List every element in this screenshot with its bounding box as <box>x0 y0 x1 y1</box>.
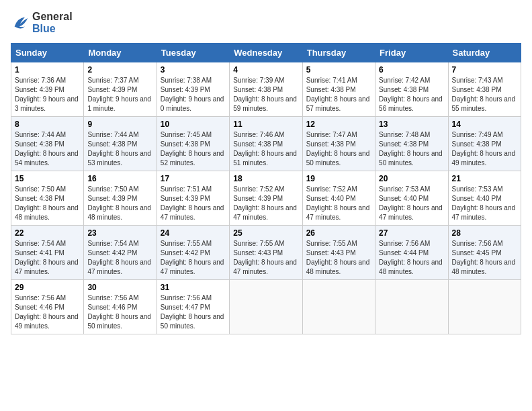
day-number: 21 <box>452 174 517 183</box>
calendar-cell <box>448 280 521 334</box>
calendar-cell: 19 Sunrise: 7:52 AM Sunset: 4:40 PM Dayl… <box>302 171 375 226</box>
calendar-week-row: 22 Sunrise: 7:54 AM Sunset: 4:41 PM Dayl… <box>11 226 521 280</box>
column-header-saturday: Saturday <box>448 44 521 62</box>
calendar-cell: 6 Sunrise: 7:42 AM Sunset: 4:38 PM Dayli… <box>375 62 448 117</box>
calendar-cell: 8 Sunrise: 7:44 AM Sunset: 4:38 PM Dayli… <box>11 117 84 171</box>
day-number: 25 <box>233 228 298 238</box>
day-detail: Sunrise: 7:54 AM Sunset: 4:41 PM Dayligh… <box>15 239 80 277</box>
calendar-cell: 23 Sunrise: 7:54 AM Sunset: 4:42 PM Dayl… <box>84 226 157 280</box>
day-number: 1 <box>15 65 80 75</box>
column-header-monday: Monday <box>84 44 157 62</box>
day-number: 6 <box>379 65 444 75</box>
day-detail: Sunrise: 7:46 AM Sunset: 4:38 PM Dayligh… <box>233 130 298 168</box>
calendar-cell: 12 Sunrise: 7:47 AM Sunset: 4:38 PM Dayl… <box>302 117 375 171</box>
calendar-week-row: 8 Sunrise: 7:44 AM Sunset: 4:38 PM Dayli… <box>11 117 521 171</box>
day-number: 9 <box>87 120 152 129</box>
day-detail: Sunrise: 7:43 AM Sunset: 4:38 PM Dayligh… <box>452 76 517 113</box>
day-number: 28 <box>452 228 517 238</box>
column-header-friday: Friday <box>375 44 448 62</box>
calendar-cell: 3 Sunrise: 7:38 AM Sunset: 4:39 PM Dayli… <box>157 62 229 117</box>
day-number: 16 <box>87 174 152 183</box>
day-detail: Sunrise: 7:50 AM Sunset: 4:39 PM Dayligh… <box>87 185 152 222</box>
calendar-cell: 13 Sunrise: 7:48 AM Sunset: 4:38 PM Dayl… <box>375 117 448 171</box>
calendar-week-row: 29 Sunrise: 7:56 AM Sunset: 4:46 PM Dayl… <box>11 280 521 334</box>
day-detail: Sunrise: 7:56 AM Sunset: 4:47 PM Dayligh… <box>161 293 226 331</box>
day-number: 22 <box>15 228 80 238</box>
calendar-cell: 5 Sunrise: 7:41 AM Sunset: 4:38 PM Dayli… <box>302 62 375 117</box>
day-detail: Sunrise: 7:49 AM Sunset: 4:38 PM Dayligh… <box>452 130 517 168</box>
day-number: 30 <box>87 283 152 292</box>
day-detail: Sunrise: 7:56 AM Sunset: 4:46 PM Dayligh… <box>15 293 80 331</box>
day-number: 19 <box>306 174 371 183</box>
day-detail: Sunrise: 7:56 AM Sunset: 4:46 PM Dayligh… <box>87 293 152 331</box>
column-header-sunday: Sunday <box>11 44 84 62</box>
calendar-cell <box>230 280 302 334</box>
day-detail: Sunrise: 7:54 AM Sunset: 4:42 PM Dayligh… <box>87 239 152 277</box>
day-number: 29 <box>15 283 80 292</box>
day-number: 10 <box>161 120 226 129</box>
day-number: 20 <box>379 174 444 183</box>
calendar-cell: 24 Sunrise: 7:55 AM Sunset: 4:42 PM Dayl… <box>157 226 229 280</box>
calendar-table: SundayMondayTuesdayWednesdayThursdayFrid… <box>11 43 521 334</box>
calendar-cell: 22 Sunrise: 7:54 AM Sunset: 4:41 PM Dayl… <box>11 226 84 280</box>
day-number: 27 <box>379 228 444 238</box>
calendar-cell: 2 Sunrise: 7:37 AM Sunset: 4:39 PM Dayli… <box>84 62 157 117</box>
day-number: 12 <box>306 120 371 129</box>
day-detail: Sunrise: 7:56 AM Sunset: 4:45 PM Dayligh… <box>452 239 517 277</box>
column-header-thursday: Thursday <box>302 44 375 62</box>
logo-text: General Blue <box>32 11 73 35</box>
day-detail: Sunrise: 7:53 AM Sunset: 4:40 PM Dayligh… <box>379 185 444 222</box>
calendar-cell: 11 Sunrise: 7:46 AM Sunset: 4:38 PM Dayl… <box>230 117 302 171</box>
day-number: 3 <box>161 65 226 75</box>
day-number: 5 <box>306 65 371 75</box>
calendar-cell: 16 Sunrise: 7:50 AM Sunset: 4:39 PM Dayl… <box>84 171 157 226</box>
day-detail: Sunrise: 7:44 AM Sunset: 4:38 PM Dayligh… <box>15 130 80 168</box>
calendar-cell: 30 Sunrise: 7:56 AM Sunset: 4:46 PM Dayl… <box>84 280 157 334</box>
calendar-cell: 7 Sunrise: 7:43 AM Sunset: 4:38 PM Dayli… <box>448 62 521 117</box>
day-number: 15 <box>15 174 80 183</box>
calendar-cell: 28 Sunrise: 7:56 AM Sunset: 4:45 PM Dayl… <box>448 226 521 280</box>
day-detail: Sunrise: 7:36 AM Sunset: 4:39 PM Dayligh… <box>15 76 80 113</box>
calendar-cell: 29 Sunrise: 7:56 AM Sunset: 4:46 PM Dayl… <box>11 280 84 334</box>
day-detail: Sunrise: 7:45 AM Sunset: 4:38 PM Dayligh… <box>161 130 226 168</box>
calendar-cell: 18 Sunrise: 7:52 AM Sunset: 4:39 PM Dayl… <box>230 171 302 226</box>
day-detail: Sunrise: 7:48 AM Sunset: 4:38 PM Dayligh… <box>379 130 444 168</box>
day-detail: Sunrise: 7:47 AM Sunset: 4:38 PM Dayligh… <box>306 130 371 168</box>
calendar-cell: 9 Sunrise: 7:44 AM Sunset: 4:38 PM Dayli… <box>84 117 157 171</box>
day-detail: Sunrise: 7:55 AM Sunset: 4:42 PM Dayligh… <box>161 239 226 277</box>
calendar-cell: 17 Sunrise: 7:51 AM Sunset: 4:39 PM Dayl… <box>157 171 229 226</box>
calendar-cell: 10 Sunrise: 7:45 AM Sunset: 4:38 PM Dayl… <box>157 117 229 171</box>
day-detail: Sunrise: 7:44 AM Sunset: 4:38 PM Dayligh… <box>87 130 152 168</box>
day-number: 31 <box>161 283 226 292</box>
day-number: 11 <box>233 120 298 129</box>
calendar-cell: 31 Sunrise: 7:56 AM Sunset: 4:47 PM Dayl… <box>157 280 229 334</box>
calendar-cell <box>375 280 448 334</box>
calendar-cell: 27 Sunrise: 7:56 AM Sunset: 4:44 PM Dayl… <box>375 226 448 280</box>
day-detail: Sunrise: 7:41 AM Sunset: 4:38 PM Dayligh… <box>306 76 371 113</box>
day-detail: Sunrise: 7:39 AM Sunset: 4:38 PM Dayligh… <box>233 76 298 113</box>
day-number: 4 <box>233 65 298 75</box>
calendar-cell <box>302 280 375 334</box>
day-number: 17 <box>161 174 226 183</box>
day-number: 14 <box>452 120 517 129</box>
day-detail: Sunrise: 7:56 AM Sunset: 4:44 PM Dayligh… <box>379 239 444 277</box>
page-header: General Blue <box>11 11 521 35</box>
day-detail: Sunrise: 7:52 AM Sunset: 4:40 PM Dayligh… <box>306 185 371 222</box>
day-detail: Sunrise: 7:42 AM Sunset: 4:38 PM Dayligh… <box>379 76 444 113</box>
calendar-cell: 20 Sunrise: 7:53 AM Sunset: 4:40 PM Dayl… <box>375 171 448 226</box>
day-number: 23 <box>87 228 152 238</box>
calendar-cell: 15 Sunrise: 7:50 AM Sunset: 4:38 PM Dayl… <box>11 171 84 226</box>
calendar-week-row: 1 Sunrise: 7:36 AM Sunset: 4:39 PM Dayli… <box>11 62 521 117</box>
day-detail: Sunrise: 7:55 AM Sunset: 4:43 PM Dayligh… <box>233 239 298 277</box>
calendar-cell: 21 Sunrise: 7:53 AM Sunset: 4:40 PM Dayl… <box>448 171 521 226</box>
calendar-cell: 1 Sunrise: 7:36 AM Sunset: 4:39 PM Dayli… <box>11 62 84 117</box>
day-number: 8 <box>15 120 80 129</box>
day-number: 24 <box>161 228 226 238</box>
logo-icon <box>11 13 30 32</box>
day-detail: Sunrise: 7:38 AM Sunset: 4:39 PM Dayligh… <box>161 76 226 113</box>
day-detail: Sunrise: 7:55 AM Sunset: 4:43 PM Dayligh… <box>306 239 371 277</box>
day-detail: Sunrise: 7:53 AM Sunset: 4:40 PM Dayligh… <box>452 185 517 222</box>
day-number: 2 <box>87 65 152 75</box>
day-detail: Sunrise: 7:51 AM Sunset: 4:39 PM Dayligh… <box>161 185 226 222</box>
day-number: 13 <box>379 120 444 129</box>
